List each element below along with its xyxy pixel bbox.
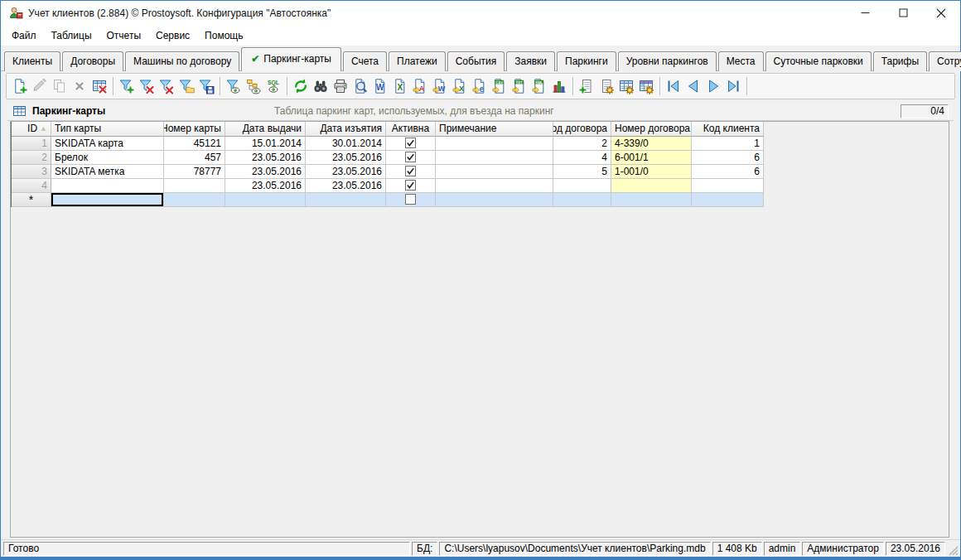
new-row-marker[interactable]: * [12,193,51,207]
print-preview-button[interactable] [350,76,370,96]
export-html-button[interactable]: e [470,76,490,96]
cell-contract_num[interactable]: 1-001/0 [611,165,692,179]
cell-note[interactable] [436,151,553,165]
cell-active[interactable] [386,179,436,193]
filter-view-button[interactable] [224,76,244,96]
menu-item-4[interactable]: Сервис [148,27,197,44]
cell-contract_code[interactable]: 4 [553,151,611,165]
resize-grip-icon[interactable] [947,542,958,556]
cell-client_code[interactable]: 1 [692,137,764,151]
delete-table-records-button[interactable] [89,76,109,96]
column-header-id[interactable]: ID▲ [12,122,51,137]
delete-record-button[interactable] [70,76,89,96]
cell-id[interactable]: 2 [12,151,51,165]
menu-item-5[interactable]: Помощь [197,27,250,44]
find-button[interactable] [311,76,331,96]
nav-prev-button[interactable] [683,76,703,96]
column-header-card[interactable]: Номер карты [164,122,225,137]
tab-3[interactable]: Машины по договору [125,51,239,71]
maximize-button[interactable] [884,1,922,25]
cell-issued[interactable]: 23.05.2016 [225,151,306,165]
tab-2[interactable]: Договоры [62,51,123,71]
column-header-removed[interactable]: Дата изъятия [306,122,386,137]
print-button[interactable] [331,76,350,96]
tab-12[interactable]: Суточные парковки [765,51,872,71]
menu-item-1[interactable]: Файл [4,27,44,44]
export-xml-button[interactable]: XML [529,76,549,96]
sql-view-button[interactable]: SQL [263,76,283,96]
column-header-type[interactable]: Тип карты [51,122,164,137]
cell-removed[interactable]: 23.05.2016 [306,151,386,165]
new-row-cell-removed[interactable] [306,193,386,207]
cell-type[interactable]: SKIDATA метка [51,165,164,179]
checkbox-checked[interactable] [405,180,416,191]
export-word-button[interactable]: W [370,76,390,96]
cell-issued[interactable]: 15.01.2014 [225,137,306,151]
filter-tree-button[interactable] [244,76,263,96]
minimize-button[interactable] [846,1,884,25]
cell-removed[interactable]: 23.05.2016 [306,165,386,179]
tab-4[interactable]: ✔Паркинг-карты [241,47,341,71]
export-acrobat-button[interactable]: A [410,76,430,96]
cell-note[interactable] [436,137,553,151]
cell-removed[interactable]: 23.05.2016 [306,179,386,193]
cell-contract_num[interactable]: 4-339/0 [611,137,692,151]
cell-note[interactable] [436,165,553,179]
export-csv-button[interactable]: CSV [490,76,509,96]
tab-1[interactable]: Клиенты [4,51,60,71]
column-header-client_code[interactable]: Код клиента [692,122,764,137]
add-form-button[interactable] [577,76,596,96]
checkbox-checked[interactable] [405,166,416,176]
cell-removed[interactable]: 30.01.2014 [306,137,386,151]
cell-type[interactable] [51,179,164,193]
chart-button[interactable] [549,76,569,96]
tab-6[interactable]: Платежи [389,51,446,71]
column-header-contract_num[interactable]: Номер договора [611,122,692,137]
cell-active[interactable] [386,137,436,151]
cell-card[interactable]: 78777 [164,165,225,179]
new-row-cell-note[interactable] [436,193,553,207]
tab-5[interactable]: Счета [343,51,387,71]
cell-type[interactable]: Брелок [51,151,164,165]
new-row-cell-contract_code[interactable] [553,193,611,207]
cell-client_code[interactable]: 6 [692,151,764,165]
checkbox-unchecked[interactable] [405,194,416,205]
new-row-cell-card[interactable] [164,193,225,207]
copy-record-button[interactable] [50,76,70,96]
close-button[interactable] [922,1,960,25]
new-row-cell-active[interactable] [386,193,436,207]
refresh-button[interactable] [291,76,311,96]
tab-14[interactable]: Сотрудники [929,51,961,71]
cell-contract_num[interactable] [611,179,692,193]
form-settings-button[interactable] [596,76,616,96]
filter-save-button[interactable] [196,76,216,96]
focused-cell[interactable] [51,193,164,207]
cell-client_code[interactable]: 6 [692,165,764,179]
filter-clear-button[interactable] [137,76,157,96]
filter-open-button[interactable] [176,76,196,96]
cell-note[interactable] [436,179,553,193]
export-excel-file-button[interactable]: X [450,76,470,96]
export-excel-button[interactable]: X [390,76,410,96]
filter-delete-button[interactable] [157,76,176,96]
cell-active[interactable] [386,151,436,165]
new-row-cell-client_code[interactable] [692,193,764,207]
cell-issued[interactable]: 23.05.2016 [225,179,306,193]
menu-item-2[interactable]: Таблицы [44,27,99,44]
export-txt-button[interactable]: TXT [509,76,529,96]
cell-id[interactable]: 1 [12,137,51,151]
new-row-cell-contract_num[interactable] [611,193,692,207]
cell-client_code[interactable] [692,179,764,193]
column-header-contract_code[interactable]: Код договора [553,122,611,137]
export-word-file-button[interactable]: W [430,76,450,96]
nav-next-button[interactable] [703,76,723,96]
column-header-active[interactable]: Активна [386,122,436,137]
filter-add-button[interactable] [117,76,137,96]
tab-11[interactable]: Места [718,51,764,71]
cell-active[interactable] [386,165,436,179]
cell-contract_code[interactable] [553,179,611,193]
tab-9[interactable]: Паркинги [557,51,616,71]
checkbox-checked[interactable] [405,138,416,148]
cell-id[interactable]: 3 [12,165,51,179]
tab-7[interactable]: События [447,51,505,71]
